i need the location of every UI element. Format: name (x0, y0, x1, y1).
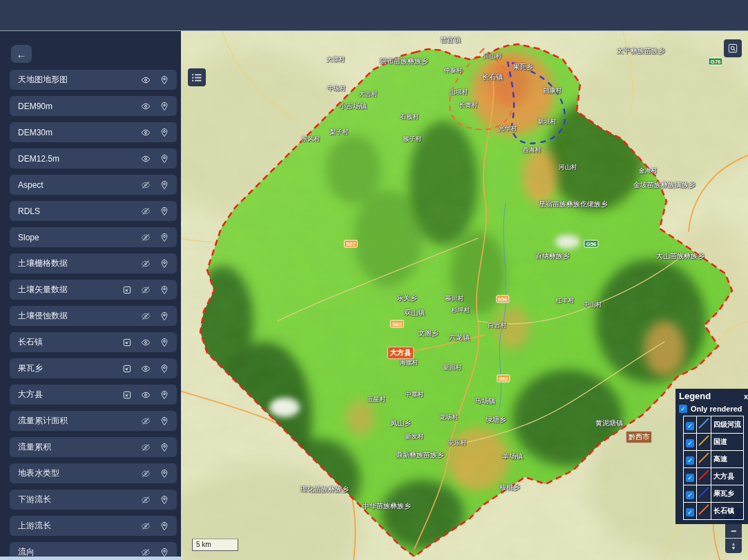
layer-label: DEM90m (18, 102, 141, 111)
eye-slash-icon[interactable] (141, 233, 151, 242)
scale-label: 5 km (196, 541, 211, 548)
eye-icon[interactable] (141, 128, 151, 137)
layer-list: 天地图地形图DEM90mDEM30mDEM12.5mAspectRDLSSlop… (0, 70, 181, 560)
layer-item-1[interactable]: DEM90m (10, 96, 177, 116)
legend-checkbox[interactable]: ✓ (686, 474, 694, 482)
layer-item-14[interactable]: 流量累积 (10, 437, 177, 457)
eye-icon[interactable] (141, 364, 151, 374)
eye-slash-icon[interactable] (141, 311, 151, 321)
layer-item-15[interactable]: 地表水类型 (10, 463, 177, 483)
only-rendered-checkbox[interactable]: ✓ (679, 405, 687, 413)
layer-item-10[interactable]: 长石镇 (10, 332, 177, 352)
locate-pin-icon[interactable] (160, 521, 169, 531)
locate-pin-icon[interactable] (160, 390, 169, 400)
layer-sidebar: ← 天地图地形图DEM90mDEM30mDEM12.5mAspectRDLSSl… (0, 31, 181, 560)
layer-label: 果瓦乡 (18, 363, 122, 374)
attribute-table-icon[interactable] (122, 364, 132, 374)
layer-label: 地表水类型 (18, 467, 141, 479)
locate-pin-icon[interactable] (160, 548, 169, 557)
legend-label: 长石镇 (711, 503, 744, 520)
layer-item-7[interactable]: 土壤栅格数据 (10, 253, 177, 273)
eye-slash-icon[interactable] (141, 443, 151, 452)
legend-swatch (697, 451, 711, 468)
legend-close-icon[interactable]: x (742, 392, 748, 400)
eye-icon[interactable] (141, 154, 151, 164)
eye-icon[interactable] (141, 102, 151, 111)
eye-slash-icon[interactable] (141, 180, 151, 190)
legend-checkbox[interactable]: ✓ (686, 439, 694, 447)
eye-slash-icon[interactable] (141, 259, 151, 269)
layer-label: 上游流长 (18, 520, 141, 532)
layer-icons (141, 416, 169, 426)
layer-item-8[interactable]: 土壤矢量数据 (10, 280, 177, 300)
scale-bar: 5 km (192, 539, 238, 551)
layer-label: Aspect (18, 180, 141, 190)
eye-slash-icon[interactable] (141, 548, 151, 557)
locate-pin-icon[interactable] (160, 285, 169, 295)
legend-checkbox[interactable]: ✓ (686, 491, 694, 499)
layer-item-5[interactable]: RDLS (10, 201, 177, 221)
map-viewport[interactable]: 普宜镇川山村果瓦乡太平彝族苗族乡长石镇仲泰村山坝村长青村鹃康村新坝村光华村大寨村… (181, 31, 748, 560)
eye-slash-icon[interactable] (141, 285, 151, 295)
eye-icon[interactable] (141, 338, 151, 347)
layer-item-0[interactable]: 天地图地形图 (10, 70, 177, 90)
layer-item-2[interactable]: DEM30m (10, 122, 177, 142)
layer-item-17[interactable]: 上游流长 (10, 516, 177, 536)
eye-slash-icon[interactable] (141, 206, 151, 216)
locate-pin-icon[interactable] (160, 259, 169, 269)
layer-icons (141, 102, 169, 111)
layer-icons (141, 259, 169, 269)
eye-slash-icon[interactable] (141, 495, 151, 505)
eye-slash-icon[interactable] (141, 521, 151, 531)
arrow-left-icon: ← (17, 48, 27, 60)
layer-item-4[interactable]: Aspect (10, 175, 177, 195)
layer-panel-toggle-button[interactable] (188, 68, 206, 86)
locate-pin-icon[interactable] (160, 154, 169, 164)
locate-pin-icon[interactable] (160, 233, 169, 242)
legend-checkbox[interactable]: ✓ (686, 508, 694, 516)
attribute-table-icon[interactable] (122, 285, 132, 295)
layer-icons (122, 390, 169, 400)
attribute-table-icon[interactable] (122, 390, 132, 400)
locate-pin-icon[interactable] (160, 416, 169, 426)
eye-icon[interactable] (141, 75, 151, 85)
legend-checkbox[interactable]: ✓ (686, 456, 694, 465)
eye-slash-icon[interactable] (141, 416, 151, 426)
layer-item-11[interactable]: 果瓦乡 (10, 358, 177, 378)
layer-icons (141, 154, 169, 164)
legend-row-1: ✓国道 (684, 434, 744, 451)
zoom-extent-icon (728, 43, 738, 54)
locate-pin-icon[interactable] (160, 469, 169, 479)
locate-pin-icon[interactable] (160, 364, 169, 374)
layer-item-12[interactable]: 大方县 (10, 385, 177, 405)
layer-item-9[interactable]: 土壤侵蚀数据 (10, 306, 177, 326)
locate-pin-icon[interactable] (160, 180, 169, 190)
layer-item-16[interactable]: 下游流长 (10, 490, 177, 510)
layer-label: 大方县 (18, 389, 122, 400)
sidebar-horizontal-scrollbar[interactable] (0, 557, 181, 560)
legend-title: Legend (679, 391, 711, 401)
locate-pin-icon[interactable] (160, 495, 169, 505)
legend-swatch (697, 434, 711, 451)
layer-item-6[interactable]: Slope (10, 227, 177, 247)
zoom-out-button[interactable]: − (725, 523, 742, 538)
locate-pin-icon[interactable] (160, 128, 169, 137)
layer-label: 流量累计面积 (18, 415, 141, 427)
layer-item-13[interactable]: 流量累计面积 (10, 411, 177, 431)
zoom-to-extent-button[interactable] (724, 39, 742, 57)
attribute-table-icon[interactable] (122, 338, 132, 347)
locate-pin-icon[interactable] (160, 75, 169, 85)
locate-pin-icon[interactable] (160, 338, 169, 347)
map-canvas[interactable] (181, 31, 748, 560)
eye-slash-icon[interactable] (141, 469, 151, 479)
legend-checkbox[interactable]: ✓ (686, 422, 694, 430)
locate-pin-icon[interactable] (160, 206, 169, 216)
collapse-button[interactable]: ▲ ▼ (725, 538, 742, 553)
layer-item-3[interactable]: DEM12.5m (10, 148, 177, 168)
back-button[interactable]: ← (11, 45, 32, 63)
eye-icon[interactable] (141, 390, 151, 400)
layer-icons (141, 128, 169, 137)
locate-pin-icon[interactable] (160, 102, 169, 111)
locate-pin-icon[interactable] (160, 311, 169, 321)
locate-pin-icon[interactable] (160, 443, 169, 452)
